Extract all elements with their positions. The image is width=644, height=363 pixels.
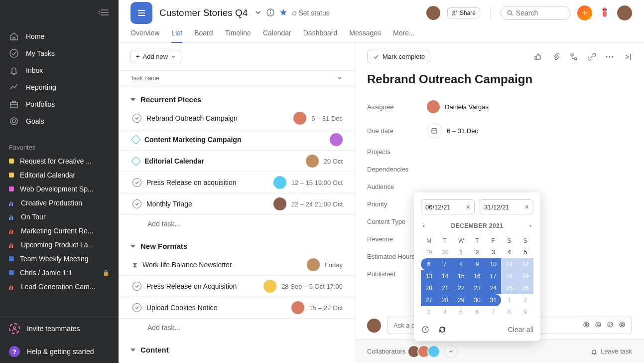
mascot-icon[interactable]: [599, 6, 610, 20]
favorite-item[interactable]: Request for Creative ...: [0, 154, 119, 168]
help-button[interactable]: ? Help & getting started: [0, 340, 119, 363]
calendar-day[interactable]: 19: [517, 270, 533, 282]
calendar-day[interactable]: 8: [501, 306, 517, 318]
complete-check-icon[interactable]: [132, 199, 141, 208]
calendar-day[interactable]: 30: [437, 246, 453, 258]
section-header[interactable]: Content: [119, 337, 355, 358]
start-date-input[interactable]: 06/12/21 ×: [421, 199, 475, 214]
calendar-day[interactable]: 29: [453, 294, 469, 306]
favorite-item[interactable]: Editorial Calendar: [0, 168, 119, 182]
emoji-icon[interactable]: [607, 321, 614, 330]
nav-my-tasks[interactable]: My Tasks: [0, 45, 119, 62]
calendar-day[interactable]: 13: [421, 270, 437, 282]
favorite-item[interactable]: On Tour: [0, 210, 119, 224]
task-row[interactable]: Monthly Triage22 – 24 21:00 Oct: [119, 193, 355, 215]
assignee-avatar[interactable]: [273, 197, 286, 210]
calendar-day[interactable]: 21: [437, 282, 453, 294]
nav-inbox[interactable]: Inbox: [0, 62, 119, 79]
assignee-avatar[interactable]: [330, 133, 343, 146]
calendar-day[interactable]: 6: [421, 258, 437, 270]
task-title[interactable]: Rebrand Outreach Campaign: [367, 72, 632, 86]
favorite-item[interactable]: Creative Production: [0, 196, 119, 210]
assignee-avatar[interactable]: [273, 176, 286, 189]
complete-check-icon[interactable]: [132, 178, 141, 187]
favorite-item[interactable]: Chris / Jamie 1:1🔒: [0, 266, 119, 280]
user-avatar[interactable]: [617, 5, 632, 20]
complete-check-icon[interactable]: [132, 303, 141, 312]
task-row[interactable]: Press Release on Acquisition28 Sep – 5 O…: [119, 276, 355, 297]
complete-check-icon[interactable]: [132, 114, 141, 123]
calendar-day[interactable]: 9: [517, 306, 533, 318]
tab-messages[interactable]: Messages: [349, 26, 381, 42]
sidebar-collapse-icon[interactable]: [99, 8, 110, 18]
task-row[interactable]: Upload Cookies Notice15 – 22 Oct: [119, 297, 355, 319]
add-new-button[interactable]: + Add new: [130, 50, 181, 63]
leave-task-button[interactable]: Leave task: [591, 348, 632, 355]
assignee-avatar[interactable]: [263, 280, 276, 293]
end-date-input[interactable]: 31/12/21 ×: [480, 199, 533, 214]
attachment-icon[interactable]: [551, 52, 560, 61]
favorite-item[interactable]: Upcoming Product La...: [0, 238, 119, 252]
member-avatar[interactable]: [426, 6, 440, 20]
milestone-icon[interactable]: [131, 156, 141, 166]
link-icon[interactable]: [587, 52, 596, 61]
favorite-item[interactable]: Web Development Sp...: [0, 182, 119, 196]
project-icon[interactable]: [130, 2, 152, 24]
calendar-day[interactable]: 5: [517, 246, 533, 258]
complete-check-icon[interactable]: [132, 282, 141, 291]
task-row[interactable]: Press Release on acquisition12 – 15 19:0…: [119, 172, 355, 193]
chevron-down-icon[interactable]: [337, 75, 343, 81]
calendar-day[interactable]: 24: [485, 282, 501, 294]
mark-complete-button[interactable]: Mark complete: [367, 50, 430, 63]
calendar-day[interactable]: 25: [501, 282, 517, 294]
calendar-day[interactable]: 30: [469, 294, 485, 306]
calendar-day[interactable]: 22: [453, 282, 469, 294]
star-icon[interactable]: [279, 8, 287, 18]
prev-month-button[interactable]: ‹: [421, 220, 427, 231]
task-row[interactable]: Rebrand Outreach Campaign6 – 31 Dec: [119, 108, 355, 129]
mention-icon[interactable]: [595, 321, 602, 330]
more-icon[interactable]: [605, 52, 614, 61]
invite-teammates-button[interactable]: Invite teammates: [0, 317, 119, 340]
nav-portfolios[interactable]: Portfolios: [0, 96, 119, 113]
collaborator-avatar[interactable]: [427, 345, 440, 358]
calendar-day[interactable]: 3: [485, 246, 501, 258]
field-dependencies[interactable]: Dependencies: [367, 161, 632, 178]
nav-home[interactable]: Home: [0, 28, 119, 45]
chevron-down-icon[interactable]: [255, 9, 261, 17]
section-header[interactable]: Recurrent Pieces: [119, 86, 355, 108]
task-row[interactable]: Editorial Calendar20 Oct: [119, 151, 355, 172]
field-assignee[interactable]: Assignee Daniela Vargas: [367, 95, 632, 118]
calendar-day[interactable]: 12: [517, 258, 533, 270]
assignee-avatar[interactable]: [306, 155, 319, 168]
calendar-day[interactable]: 7: [437, 258, 453, 270]
section-header[interactable]: New Formats: [119, 233, 355, 254]
favorite-item[interactable]: Marketing Current Ro...: [0, 224, 119, 238]
share-button[interactable]: Share: [447, 7, 480, 18]
calendar-day[interactable]: 11: [501, 258, 517, 270]
add-task-input[interactable]: Add task...: [119, 319, 355, 337]
calendar-day[interactable]: 10: [485, 258, 501, 270]
calendar-day[interactable]: 4: [501, 246, 517, 258]
like-icon[interactable]: [533, 52, 542, 61]
calendar-day[interactable]: 1: [501, 294, 517, 306]
calendar-day[interactable]: 16: [469, 270, 485, 282]
clear-end-icon[interactable]: ×: [525, 203, 529, 211]
task-row[interactable]: ⧗Work-life Balance NewsletterFriday: [119, 254, 355, 276]
calendar-day[interactable]: 4: [437, 306, 453, 318]
clear-start-icon[interactable]: ×: [466, 203, 470, 211]
add-time-icon[interactable]: [421, 325, 430, 334]
calendar-day[interactable]: 14: [437, 270, 453, 282]
tab-overview[interactable]: Overview: [130, 26, 159, 42]
subtask-icon[interactable]: [569, 52, 578, 61]
calendar-day[interactable]: 27: [421, 294, 437, 306]
milestone-icon[interactable]: [131, 135, 141, 145]
field-projects[interactable]: Projects: [367, 143, 632, 161]
calendar-day[interactable]: 8: [453, 258, 469, 270]
calendar-day[interactable]: 7: [485, 306, 501, 318]
task-row[interactable]: Content Marketing Campaign: [119, 129, 355, 151]
calendar-day[interactable]: 17: [485, 270, 501, 282]
record-icon[interactable]: [583, 321, 590, 330]
assignee-avatar[interactable]: [291, 301, 304, 314]
tab-dashboard[interactable]: Dashboard: [303, 26, 338, 42]
